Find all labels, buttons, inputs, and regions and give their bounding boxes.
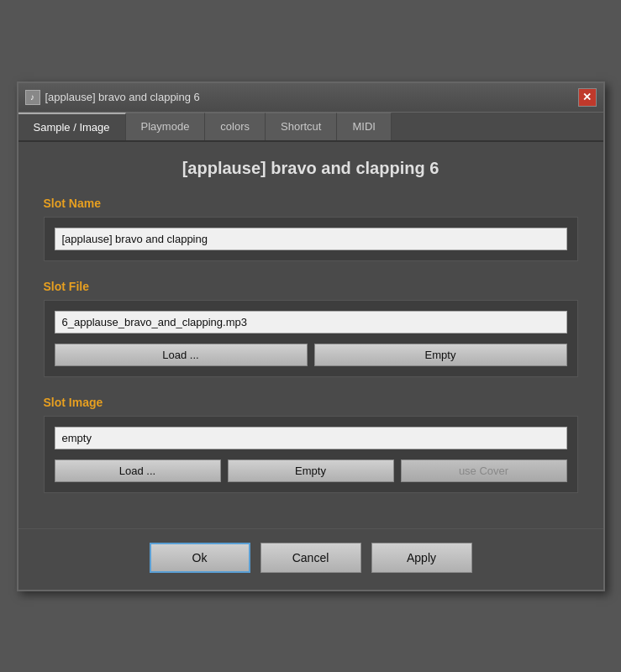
footer: Ok Cancel Apply	[18, 528, 603, 590]
close-button[interactable]: ✕	[578, 88, 597, 107]
slot-name-input[interactable]	[55, 228, 567, 250]
slot-image-label: Slot Image	[44, 396, 578, 409]
slot-file-label: Slot File	[44, 280, 578, 293]
tab-sample-image[interactable]: Sample / Image	[18, 113, 126, 140]
slot-image-input[interactable]	[55, 427, 567, 449]
slot-file-buttons: Load ... Empty	[55, 344, 567, 366]
tab-colors[interactable]: colors	[205, 113, 266, 140]
slot-file-section: Load ... Empty	[44, 300, 578, 377]
window-icon: ♪	[25, 90, 40, 105]
slot-file-load-button[interactable]: Load ...	[55, 344, 308, 366]
page-title: [applause] bravo and clapping 6	[44, 159, 578, 178]
slot-image-empty-button[interactable]: Empty	[228, 459, 394, 482]
cancel-button[interactable]: Cancel	[261, 543, 361, 573]
window-title: [applause] bravo and clapping 6	[45, 91, 200, 103]
main-content: [applause] bravo and clapping 6 Slot Nam…	[18, 142, 603, 528]
slot-image-section: Load ... Empty use Cover	[44, 416, 578, 493]
tab-playmode[interactable]: Playmode	[126, 113, 206, 140]
ok-button[interactable]: Ok	[150, 543, 250, 573]
slot-name-label: Slot Name	[44, 197, 578, 210]
slot-image-use-cover-button[interactable]: use Cover	[401, 459, 567, 482]
slot-file-input[interactable]	[55, 311, 567, 333]
slot-file-empty-button[interactable]: Empty	[314, 344, 567, 366]
slot-image-load-button[interactable]: Load ...	[55, 459, 221, 482]
tab-shortcut[interactable]: Shortcut	[266, 113, 337, 140]
slot-image-buttons: Load ... Empty use Cover	[55, 459, 567, 482]
apply-button[interactable]: Apply	[371, 543, 472, 573]
title-bar-left: ♪ [applause] bravo and clapping 6	[25, 90, 200, 105]
tab-bar: Sample / Image Playmode colors Shortcut …	[18, 113, 603, 142]
main-dialog: ♪ [applause] bravo and clapping 6 ✕ Samp…	[17, 81, 605, 591]
tab-midi[interactable]: MIDI	[337, 113, 391, 140]
title-bar: ♪ [applause] bravo and clapping 6 ✕	[18, 83, 603, 113]
slot-name-section	[44, 217, 578, 261]
